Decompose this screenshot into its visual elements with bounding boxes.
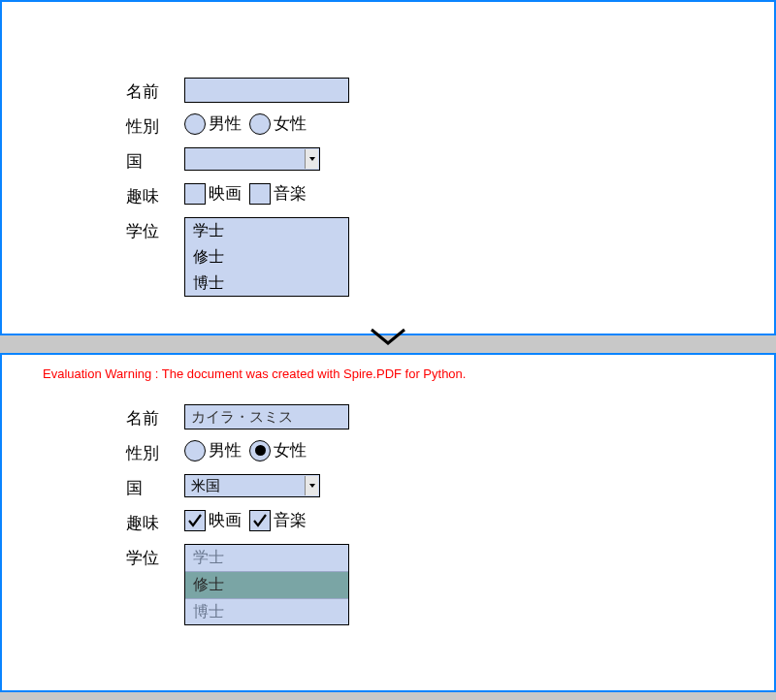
checkbox-movie-label: 映画 [209,182,242,205]
radio-male-label: 男性 [209,112,242,135]
row-hobby: 趣味 映画 音楽 [126,509,774,534]
degree-option-master[interactable]: 修士 [185,572,348,599]
label-degree: 学位 [126,544,184,569]
name-input[interactable]: カイラ・スミス [184,404,349,430]
degree-listbox[interactable]: 学士 修士 博士 [184,217,349,297]
label-gender: 性別 [126,439,184,464]
row-hobby: 趣味 映画 音楽 [126,182,774,207]
country-dropdown-value: 米国 [191,477,220,493]
label-country: 国 [126,474,184,499]
radio-female-label: 女性 [274,439,307,461]
row-name: 名前 [126,78,774,103]
radio-female[interactable] [249,440,271,461]
form-after: 名前 カイラ・スミス 性別 男性 女性 国 米国 趣味 [2,381,774,625]
radio-female[interactable] [249,113,271,135]
degree-option-doctor[interactable]: 博士 [185,270,348,297]
row-gender: 性別 男性 女性 [126,439,774,464]
radio-male-label: 男性 [209,439,242,461]
hobby-checkbox-group: 映画 音楽 [184,182,312,205]
chevron-down-icon [305,149,318,169]
country-dropdown[interactable] [184,147,320,171]
row-country: 国 米国 [126,474,774,499]
document-after: Evaluation Warning : The document was cr… [0,353,776,692]
radio-female-label: 女性 [274,112,307,135]
country-dropdown[interactable]: 米国 [184,474,320,497]
label-gender: 性別 [126,112,184,138]
label-country: 国 [126,147,184,173]
evaluation-warning: Evaluation Warning : The document was cr… [2,355,774,381]
label-degree: 学位 [126,217,184,242]
chevron-down-divider-icon [368,326,408,353]
gender-radio-group: 男性 女性 [184,439,312,461]
label-hobby: 趣味 [126,509,184,534]
name-input[interactable] [184,78,349,103]
row-name: 名前 カイラ・スミス [126,404,774,430]
checkbox-movie[interactable] [184,510,206,531]
degree-option-bachelor[interactable]: 学士 [185,218,348,244]
label-name: 名前 [126,78,184,103]
label-hobby: 趣味 [126,182,184,207]
radio-male[interactable] [184,113,206,135]
row-degree: 学位 学士 修士 博士 [126,544,774,625]
degree-listbox[interactable]: 学士 修士 博士 [184,544,349,625]
chevron-down-icon [305,476,318,495]
checkbox-movie-label: 映画 [209,509,242,531]
document-before: 名前 性別 男性 女性 国 趣味 映画 音 [0,0,776,335]
gender-radio-group: 男性 女性 [184,112,312,135]
check-icon [252,513,268,528]
row-degree: 学位 学士 修士 博士 [126,217,774,297]
label-name: 名前 [126,404,184,430]
hobby-checkbox-group: 映画 音楽 [184,509,312,531]
checkbox-music-label: 音楽 [274,509,307,531]
radio-male[interactable] [184,440,206,461]
degree-option-master[interactable]: 修士 [185,244,348,270]
row-gender: 性別 男性 女性 [126,112,774,138]
checkbox-music[interactable] [249,510,271,531]
degree-option-bachelor[interactable]: 学士 [185,545,348,572]
checkbox-music-label: 音楽 [274,182,307,205]
form-before: 名前 性別 男性 女性 国 趣味 映画 音 [2,2,774,297]
check-icon [187,513,203,528]
degree-option-doctor[interactable]: 博士 [185,599,348,625]
checkbox-movie[interactable] [184,183,206,205]
row-country: 国 [126,147,774,173]
radio-dot-icon [255,445,266,456]
checkbox-music[interactable] [249,183,271,205]
